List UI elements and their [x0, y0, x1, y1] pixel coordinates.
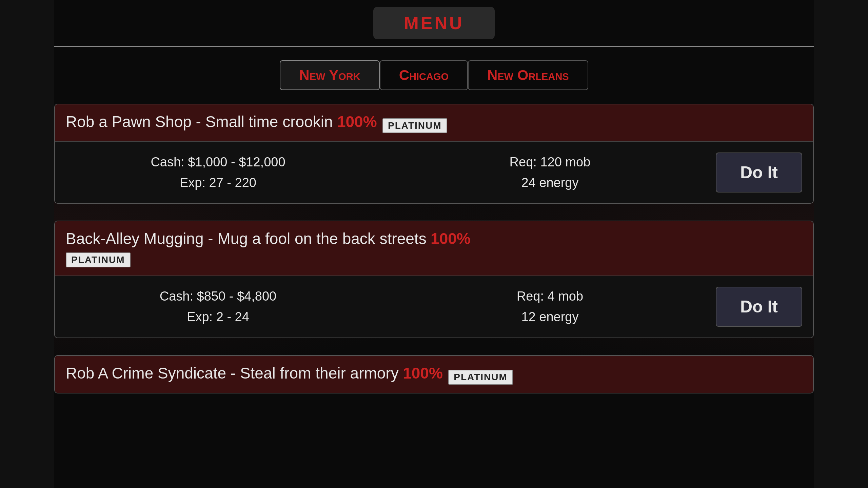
crime-percent-back-alley-mugging: 100%	[431, 230, 471, 247]
req-energy-back-alley-mugging: 12 energy	[398, 307, 702, 327]
req-energy-rob-pawn-shop: 24 energy	[398, 172, 702, 193]
cash-range-back-alley-mugging: Cash: $850 - $4,800	[66, 286, 370, 307]
exp-range-back-alley-mugging: Exp: 2 - 24	[66, 307, 370, 327]
do-it-button-back-alley-mugging[interactable]: Do It	[716, 287, 802, 327]
crime-stats-left-rob-pawn-shop: Cash: $1,000 - $12,000 Exp: 27 - 220	[66, 152, 384, 193]
section-divider	[54, 46, 814, 47]
platinum-badge-rob-crime-syndicate: PLATINUM	[448, 370, 513, 385]
crime-percent-rob-pawn-shop: 100%	[337, 113, 377, 130]
crime-header-back-alley-mugging: Back-Alley Mugging - Mug a fool on the b…	[55, 221, 813, 276]
main-container: MENU New York Chicago New Orleans Rob a …	[0, 0, 868, 393]
tab-new-york[interactable]: New York	[280, 60, 379, 90]
exp-range-rob-pawn-shop: Exp: 27 - 220	[66, 172, 370, 193]
cash-range-rob-pawn-shop: Cash: $1,000 - $12,000	[66, 152, 370, 172]
menu-button-container: MENU	[54, 0, 814, 39]
crime-stats-left-back-alley-mugging: Cash: $850 - $4,800 Exp: 2 - 24	[66, 286, 384, 327]
crime-card-rob-pawn-shop: Rob a Pawn Shop - Small time crookin 100…	[54, 104, 814, 204]
crime-header-rob-pawn-shop: Rob a Pawn Shop - Small time crookin 100…	[55, 104, 813, 142]
crime-percent-rob-crime-syndicate: 100%	[403, 364, 443, 382]
crime-stats-right-rob-pawn-shop: Req: 120 mob 24 energy	[384, 152, 702, 193]
crime-details-back-alley-mugging: Cash: $850 - $4,800 Exp: 2 - 24 Req: 4 m…	[55, 276, 813, 338]
req-mob-rob-pawn-shop: Req: 120 mob	[398, 152, 702, 172]
crime-title-back-alley-mugging: Back-Alley Mugging - Mug a fool on the b…	[66, 230, 427, 247]
crime-stats-right-back-alley-mugging: Req: 4 mob 12 energy	[384, 286, 702, 327]
menu-button[interactable]: MENU	[373, 7, 494, 39]
tab-new-orleans[interactable]: New Orleans	[468, 60, 588, 90]
crime-header-rob-crime-syndicate: Rob A Crime Syndicate - Steal from their…	[55, 356, 813, 393]
req-mob-back-alley-mugging: Req: 4 mob	[398, 286, 702, 307]
do-it-button-rob-pawn-shop[interactable]: Do It	[716, 152, 802, 192]
tab-chicago[interactable]: Chicago	[380, 60, 468, 90]
crime-title-rob-pawn-shop: Rob a Pawn Shop - Small time crookin	[66, 113, 333, 130]
city-tabs: New York Chicago New Orleans	[54, 60, 814, 90]
platinum-badge-rob-pawn-shop: PLATINUM	[382, 118, 447, 133]
crime-details-rob-pawn-shop: Cash: $1,000 - $12,000 Exp: 27 - 220 Req…	[55, 142, 813, 203]
crime-title-rob-crime-syndicate: Rob A Crime Syndicate - Steal from their…	[66, 364, 399, 382]
crime-card-back-alley-mugging: Back-Alley Mugging - Mug a fool on the b…	[54, 221, 814, 338]
platinum-badge-back-alley-mugging: PLATINUM	[66, 252, 131, 267]
crime-card-rob-crime-syndicate: Rob A Crime Syndicate - Steal from their…	[54, 355, 814, 393]
